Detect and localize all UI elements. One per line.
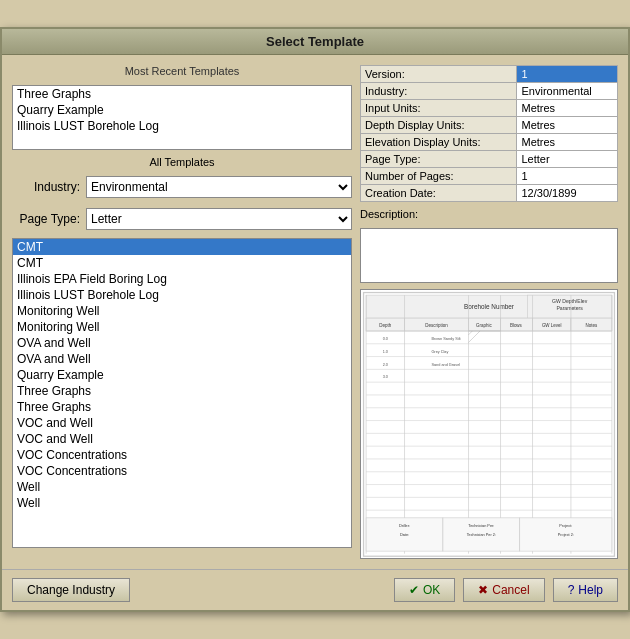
preview-box: Borehole Number GW Depth/Elev Parameters… — [360, 289, 618, 560]
cancel-x-icon: ✖ — [478, 583, 488, 597]
svg-text:0.0: 0.0 — [383, 337, 388, 341]
property-label: Depth Display Units: — [361, 116, 517, 133]
recent-templates-list[interactable]: Three GraphsQuarry ExampleIllinois LUST … — [12, 85, 352, 150]
all-list-item[interactable]: Quarry Example — [13, 367, 351, 383]
property-value: Letter — [517, 150, 618, 167]
property-row: Depth Display Units:Metres — [361, 116, 618, 133]
svg-text:Notes: Notes — [586, 323, 598, 328]
svg-text:Project 2:: Project 2: — [558, 532, 574, 536]
preview-svg: Borehole Number GW Depth/Elev Parameters… — [361, 290, 617, 559]
property-value: 1 — [517, 65, 618, 82]
svg-text:Brown Sandy Silt: Brown Sandy Silt — [431, 337, 461, 341]
svg-text:3.0: 3.0 — [383, 375, 388, 379]
help-question-icon: ? — [568, 583, 575, 597]
all-list-item[interactable]: Illinois EPA Field Boring Log — [13, 271, 351, 287]
property-label: Number of Pages: — [361, 167, 517, 184]
property-value: Metres — [517, 116, 618, 133]
property-value: Metres — [517, 133, 618, 150]
property-row: Elevation Display Units:Metres — [361, 133, 618, 150]
description-box — [360, 228, 618, 283]
property-row: Version:1 — [361, 65, 618, 82]
page-type-filter-row: Page Type: LetterA4Legal — [12, 208, 352, 230]
left-panel: Most Recent Templates Three GraphsQuarry… — [12, 65, 352, 560]
property-label: Creation Date: — [361, 184, 517, 201]
change-industry-button[interactable]: Change Industry — [12, 578, 130, 602]
all-list-item[interactable]: Monitoring Well — [13, 303, 351, 319]
svg-text:Driller:: Driller: — [399, 523, 410, 527]
all-list-item[interactable]: Monitoring Well — [13, 319, 351, 335]
svg-text:Date:: Date: — [400, 532, 409, 536]
page-type-label: Page Type: — [12, 212, 80, 226]
all-templates-list[interactable]: CMTCMTIllinois EPA Field Boring LogIllin… — [12, 238, 352, 548]
svg-rect-0 — [364, 292, 615, 556]
all-list-item[interactable]: Three Graphs — [13, 383, 351, 399]
recent-list-item[interactable]: Illinois LUST Borehole Log — [13, 118, 351, 134]
cancel-button[interactable]: ✖ Cancel — [463, 578, 544, 602]
svg-text:Technician Per:: Technician Per: — [468, 523, 494, 527]
svg-text:Borehole Number: Borehole Number — [464, 303, 515, 310]
svg-text:Description: Description — [425, 323, 448, 328]
help-label: Help — [578, 583, 603, 597]
svg-text:Graphic: Graphic — [476, 323, 492, 328]
all-list-item[interactable]: VOC Concentrations — [13, 463, 351, 479]
all-templates-label: All Templates — [12, 156, 352, 168]
all-list-item[interactable]: CMT — [13, 255, 351, 271]
svg-text:GW Depth/Elev: GW Depth/Elev — [552, 297, 588, 303]
dialog-title: Select Template — [2, 29, 628, 55]
property-row: Number of Pages:1 — [361, 167, 618, 184]
properties-table: Version:1Industry:EnvironmentalInput Uni… — [360, 65, 618, 202]
svg-text:2.0: 2.0 — [383, 362, 388, 366]
right-panel: Version:1Industry:EnvironmentalInput Uni… — [360, 65, 618, 560]
property-value: Environmental — [517, 82, 618, 99]
recent-list-item[interactable]: Quarry Example — [13, 102, 351, 118]
property-label: Elevation Display Units: — [361, 133, 517, 150]
svg-text:Depth: Depth — [379, 323, 391, 328]
property-row: Industry:Environmental — [361, 82, 618, 99]
all-list-item[interactable]: OVA and Well — [13, 335, 351, 351]
page-type-dropdown[interactable]: LetterA4Legal — [86, 208, 352, 230]
industry-filter-row: Industry: EnvironmentalMiningWater — [12, 176, 352, 198]
ok-label: OK — [423, 583, 440, 597]
action-buttons: ✔ OK ✖ Cancel ? Help — [394, 578, 618, 602]
all-list-item[interactable]: VOC Concentrations — [13, 447, 351, 463]
property-label: Version: — [361, 65, 517, 82]
svg-text:GW Level: GW Level — [542, 323, 562, 328]
svg-text:Parameters: Parameters — [556, 305, 583, 311]
svg-text:Project:: Project: — [559, 523, 572, 527]
property-row: Creation Date:12/30/1899 — [361, 184, 618, 201]
recent-templates-label: Most Recent Templates — [12, 65, 352, 77]
all-list-item[interactable]: Well — [13, 495, 351, 511]
all-list-item[interactable]: Well — [13, 479, 351, 495]
svg-text:Grey Clay: Grey Clay — [431, 349, 448, 353]
svg-text:Sand and Gravel: Sand and Gravel — [431, 362, 460, 366]
property-row: Input Units:Metres — [361, 99, 618, 116]
all-list-item[interactable]: VOC and Well — [13, 415, 351, 431]
property-value: 12/30/1899 — [517, 184, 618, 201]
property-value: Metres — [517, 99, 618, 116]
description-label: Description: — [360, 208, 618, 220]
all-list-item[interactable]: CMT — [13, 239, 351, 255]
svg-text:Technician Per 2:: Technician Per 2: — [467, 532, 496, 536]
select-template-dialog: Select Template Most Recent Templates Th… — [0, 27, 630, 613]
all-list-item[interactable]: OVA and Well — [13, 351, 351, 367]
help-button[interactable]: ? Help — [553, 578, 618, 602]
ok-checkmark-icon: ✔ — [409, 583, 419, 597]
svg-text:Blows: Blows — [510, 323, 523, 328]
dialog-footer: Change Industry ✔ OK ✖ Cancel ? Help — [2, 569, 628, 610]
property-row: Page Type:Letter — [361, 150, 618, 167]
all-list-item[interactable]: VOC and Well — [13, 431, 351, 447]
ok-button[interactable]: ✔ OK — [394, 578, 455, 602]
industry-label: Industry: — [12, 180, 80, 194]
cancel-label: Cancel — [492, 583, 529, 597]
property-label: Input Units: — [361, 99, 517, 116]
property-label: Industry: — [361, 82, 517, 99]
property-label: Page Type: — [361, 150, 517, 167]
svg-text:1.0: 1.0 — [383, 349, 388, 353]
all-list-item[interactable]: Illinois LUST Borehole Log — [13, 287, 351, 303]
property-value: 1 — [517, 167, 618, 184]
recent-list-item[interactable]: Three Graphs — [13, 86, 351, 102]
all-list-item[interactable]: Three Graphs — [13, 399, 351, 415]
industry-dropdown[interactable]: EnvironmentalMiningWater — [86, 176, 352, 198]
